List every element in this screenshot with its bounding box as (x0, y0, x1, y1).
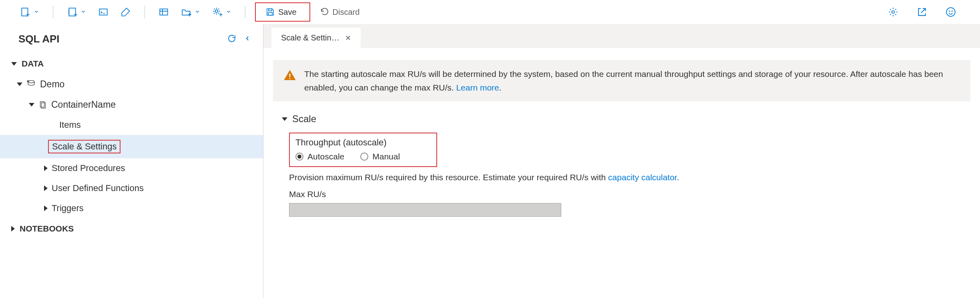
save-button[interactable]: Save (260, 5, 302, 19)
svg-point-10 (952, 11, 952, 12)
main: Scale & Settin… ✕ The starting autoscale… (263, 24, 980, 298)
chevron-down-icon (195, 8, 200, 16)
settings-gear-button[interactable] (208, 4, 235, 20)
throughput-radio-group: Autoscale Manual (295, 152, 420, 161)
toolbar-divider (145, 6, 145, 18)
sidebar-header: SQL API (0, 24, 263, 51)
radio-label: Autoscale (307, 152, 344, 161)
throughput-help-text: Provision maximum RU/s required by this … (289, 173, 970, 182)
tree-leaf-stored-procedures[interactable]: Stored Procedures (0, 158, 263, 178)
capacity-calculator-link[interactable]: capacity calculator (608, 173, 677, 182)
toolbar-group-data (155, 4, 235, 20)
caret-right-icon (44, 205, 48, 211)
radio-label: Manual (372, 152, 400, 161)
warning-icon (283, 69, 296, 84)
new-notebook-button[interactable] (63, 4, 90, 20)
content: The starting autoscale max RU/s will be … (263, 48, 980, 298)
tree-section-notebooks[interactable]: NOTEBOOKS (0, 218, 263, 239)
tree: DATA Demo ContainerName Items Scale & Se… (0, 51, 263, 239)
learn-more-link[interactable]: Learn more (456, 83, 499, 92)
radio-manual[interactable]: Manual (360, 152, 400, 161)
tree-leaf-label: Scale & Settings (52, 141, 116, 151)
tab-label: Scale & Settin… (281, 33, 339, 42)
toolbar-divider (53, 6, 53, 18)
tree-container[interactable]: ContainerName (0, 95, 263, 115)
tab-close-icon[interactable]: ✕ (345, 34, 351, 42)
tree-leaf-label: Items (59, 120, 81, 130)
help-prefix: Provision maximum RU/s required by this … (289, 173, 608, 182)
refresh-button[interactable] (225, 32, 238, 46)
radio-autoscale[interactable]: Autoscale (295, 152, 344, 161)
svg-point-4 (215, 10, 218, 12)
tab-scale-settings[interactable]: Scale & Settin… ✕ (271, 28, 361, 48)
toolbar-right (884, 4, 964, 20)
throughput-block: Throughput (autoscale) Autoscale Manual (289, 133, 970, 217)
chevron-down-icon (226, 8, 231, 16)
chevron-down-icon (34, 8, 39, 16)
caret-right-icon (44, 165, 48, 171)
tree-section-label: NOTEBOOKS (20, 224, 74, 234)
toolbar-group-actions: Save Discard (255, 2, 365, 22)
open-external-button[interactable] (913, 4, 931, 20)
section-title: Scale (292, 113, 316, 125)
discard-button[interactable]: Discard (314, 5, 365, 19)
tree-container-label: ContainerName (51, 99, 116, 110)
save-label: Save (278, 8, 297, 17)
tree-section-data[interactable]: DATA (0, 53, 263, 74)
caret-right-icon (44, 185, 48, 191)
tree-database-label: Demo (40, 79, 64, 90)
tree-database[interactable]: Demo (0, 74, 263, 95)
tree-leaf-label: Stored Procedures (52, 163, 125, 173)
container-icon (38, 101, 47, 109)
settings-icon-button[interactable] (884, 4, 902, 20)
radio-button-icon (360, 153, 368, 161)
tab-strip: Scale & Settin… ✕ (263, 24, 980, 48)
caret-right-icon (11, 226, 15, 232)
scale-section-header[interactable]: Scale (282, 113, 970, 125)
caret-down-icon (29, 103, 34, 107)
svg-rect-15 (289, 74, 291, 77)
tree-leaf-scale-settings[interactable]: Scale & Settings (0, 135, 263, 158)
svg-point-9 (949, 11, 950, 12)
new-sql-query-button[interactable] (16, 4, 43, 20)
svg-point-7 (892, 11, 895, 14)
caret-down-icon (17, 83, 22, 86)
caret-down-icon (11, 62, 17, 66)
svg-rect-16 (289, 78, 291, 79)
open-query-button[interactable] (94, 4, 112, 20)
max-ru-label: Max RU/s (289, 189, 970, 199)
discard-label: Discard (333, 8, 360, 17)
svg-point-8 (946, 8, 955, 16)
feedback-smile-button[interactable] (942, 4, 960, 20)
info-alert: The starting autoscale max RU/s will be … (273, 60, 970, 101)
clear-button[interactable] (116, 4, 135, 20)
radio-button-icon (295, 153, 303, 161)
sidebar: SQL API DATA Demo ContainerName (0, 24, 263, 298)
highlight-box: Scale & Settings (48, 140, 120, 153)
scale-section: Scale Throughput (autoscale) Autoscale (273, 113, 970, 217)
tree-leaf-udf[interactable]: User Defined Functions (0, 178, 263, 198)
toolbar-divider (245, 6, 245, 18)
grid-button[interactable] (155, 4, 173, 20)
tree-leaf-triggers[interactable]: Triggers (0, 198, 263, 218)
chevron-down-icon (80, 8, 86, 16)
alert-message: The starting autoscale max RU/s will be … (304, 69, 943, 92)
tree-leaf-items[interactable]: Items (0, 115, 263, 135)
svg-point-12 (27, 81, 29, 82)
tree-leaf-label: Triggers (52, 203, 84, 213)
throughput-highlight-box: Throughput (autoscale) Autoscale Manual (289, 133, 437, 167)
toolbar-group-items (63, 4, 135, 20)
tree-leaf-label: User Defined Functions (52, 183, 144, 193)
sidebar-title: SQL API (18, 33, 221, 45)
database-icon (26, 80, 36, 89)
svg-rect-6 (268, 12, 272, 15)
throughput-label: Throughput (autoscale) (295, 137, 420, 148)
alert-text: The starting autoscale max RU/s will be … (304, 67, 960, 94)
tree-section-label: DATA (22, 59, 44, 68)
collapse-sidebar-button[interactable] (242, 33, 253, 45)
svg-rect-2 (99, 9, 107, 15)
caret-down-icon (282, 117, 287, 121)
toolbar: Save Discard (0, 0, 980, 24)
max-ru-input[interactable] (289, 203, 561, 217)
folder-button[interactable] (177, 4, 204, 20)
